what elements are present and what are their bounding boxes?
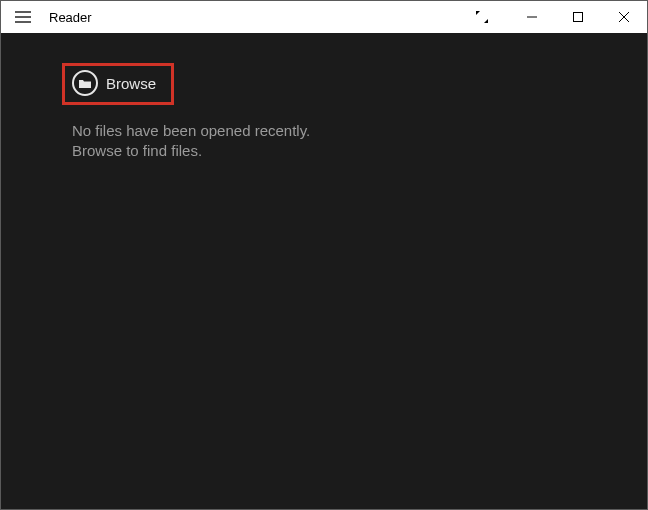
- fullscreen-icon: [475, 10, 489, 24]
- hamburger-icon: [15, 11, 31, 23]
- maximize-icon: [572, 11, 584, 23]
- empty-state-text: No files have been opened recently. Brow…: [72, 121, 310, 162]
- minimize-icon: [526, 11, 538, 23]
- svg-rect-6: [574, 13, 583, 22]
- app-window: Reader: [0, 0, 648, 510]
- content-area: Browse No files have been opened recentl…: [1, 33, 647, 509]
- empty-line-2: Browse to find files.: [72, 141, 310, 161]
- fullscreen-button[interactable]: [459, 1, 505, 33]
- titlebar: Reader: [1, 1, 647, 33]
- folder-icon: [72, 70, 98, 96]
- minimize-button[interactable]: [509, 1, 555, 33]
- window-controls: [459, 1, 647, 33]
- close-icon: [618, 11, 630, 23]
- close-button[interactable]: [601, 1, 647, 33]
- browse-button[interactable]: Browse: [72, 70, 156, 96]
- maximize-button[interactable]: [555, 1, 601, 33]
- hamburger-menu-button[interactable]: [1, 1, 45, 33]
- empty-line-1: No files have been opened recently.: [72, 121, 310, 141]
- folder-icon-svg: [78, 78, 92, 89]
- app-title: Reader: [49, 10, 92, 25]
- browse-label: Browse: [106, 75, 156, 92]
